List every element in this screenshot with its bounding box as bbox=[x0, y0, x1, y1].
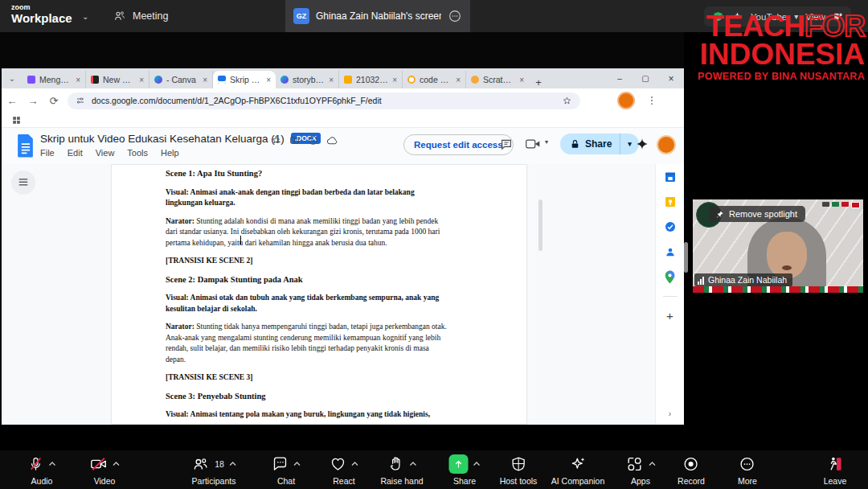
new-tab-button[interactable]: + bbox=[529, 76, 548, 88]
account-avatar[interactable] bbox=[657, 135, 676, 154]
security-shield-icon[interactable] bbox=[712, 10, 724, 23]
video-call-caret-icon[interactable]: ▾ bbox=[545, 138, 548, 146]
bookmarks-bar bbox=[2, 113, 684, 128]
tasks-icon[interactable] bbox=[664, 220, 677, 233]
signal-strength-icon bbox=[698, 275, 705, 285]
tab-close-icon[interactable]: × bbox=[203, 76, 207, 84]
react-button[interactable]: React bbox=[330, 454, 358, 486]
ai-companion-label: AI Companion bbox=[551, 476, 605, 486]
maps-icon[interactable] bbox=[664, 270, 676, 284]
document-page[interactable]: Scene 1: Apa Itu Stunting? Visual: Anima… bbox=[111, 164, 527, 425]
chevron-up-icon[interactable] bbox=[49, 462, 56, 466]
record-button[interactable]: Record bbox=[678, 454, 705, 486]
participant-video: Remove spotlight Ghinaa Zain Nabiilah bbox=[693, 199, 863, 293]
contacts-icon[interactable] bbox=[664, 245, 677, 258]
share-screen-button[interactable]: Share bbox=[449, 454, 481, 486]
tab-more-icon[interactable] bbox=[448, 9, 462, 23]
remove-spotlight-button[interactable]: Remove spotlight bbox=[709, 206, 805, 222]
reload-icon[interactable]: ⟳ bbox=[43, 95, 64, 107]
tab-shared-screen[interactable]: GZ Ghinaa Zain Nabiilah's screen bbox=[285, 0, 470, 32]
share-button[interactable]: Share ▾ bbox=[560, 134, 639, 154]
chat-label: Chat bbox=[277, 476, 295, 486]
browser-tab-skrip-active[interactable]: Skrip untu × bbox=[213, 71, 276, 88]
video-call-icon[interactable] bbox=[526, 138, 540, 150]
calendar-icon[interactable] bbox=[664, 171, 677, 183]
keep-notes-icon[interactable] bbox=[664, 195, 677, 208]
minimize-button[interactable]: – bbox=[607, 74, 633, 83]
apps-button[interactable]: Apps bbox=[625, 454, 656, 486]
view-button[interactable]: View bbox=[805, 12, 825, 22]
google-docs-icon bbox=[16, 134, 35, 158]
browser-tab-2103253[interactable]: 2103253_F × bbox=[339, 71, 403, 88]
ai-sparkle-icon[interactable] bbox=[731, 10, 743, 23]
leave-button[interactable]: Leave bbox=[824, 454, 847, 486]
browser-tab-scratch[interactable]: Scratch - F × bbox=[466, 71, 529, 88]
forward-icon[interactable]: → bbox=[23, 95, 43, 107]
more-label: More bbox=[738, 476, 757, 486]
chevron-up-icon[interactable] bbox=[293, 462, 301, 466]
tab-close-icon[interactable]: × bbox=[456, 76, 461, 84]
audio-button[interactable]: Audio bbox=[28, 454, 56, 486]
profile-avatar[interactable] bbox=[617, 92, 635, 109]
bookmark-star-icon[interactable] bbox=[562, 96, 572, 106]
document-scrollbar[interactable] bbox=[538, 199, 542, 251]
browser-tab-new-presentation[interactable]: New prese × bbox=[86, 71, 149, 88]
comments-icon[interactable] bbox=[500, 138, 513, 150]
request-edit-label: Request edit access bbox=[414, 140, 503, 150]
menu-tools[interactable]: Tools bbox=[127, 148, 148, 158]
close-button[interactable]: × bbox=[658, 73, 684, 84]
menu-edit[interactable]: Edit bbox=[68, 148, 83, 158]
back-icon[interactable]: ← bbox=[2, 95, 23, 107]
address-bar[interactable]: docs.google.com/document/d/1_2ACgOp-FhBP… bbox=[68, 92, 580, 109]
browser-tab-code-quiz[interactable]: code quiz × bbox=[403, 71, 466, 88]
panel-drag-handle[interactable] bbox=[684, 242, 688, 273]
menu-file[interactable]: File bbox=[40, 148, 55, 158]
document-outline-button[interactable] bbox=[11, 171, 35, 195]
participants-button[interactable]: 18 Participants bbox=[191, 454, 236, 486]
site-info-icon[interactable] bbox=[76, 96, 85, 105]
tab-search-chevron-icon[interactable]: ⌄ bbox=[2, 68, 23, 88]
workspace-chevron-down-icon[interactable]: ⌄ bbox=[82, 12, 88, 21]
chevron-up-icon[interactable] bbox=[649, 462, 656, 466]
youtube-stream-label[interactable]: YouTube bbox=[751, 12, 787, 22]
more-button[interactable]: More bbox=[738, 454, 757, 486]
tab-close-icon[interactable]: × bbox=[266, 76, 271, 84]
tab-close-icon[interactable]: × bbox=[519, 76, 524, 84]
browser-tab-mengubah[interactable]: Mengubah × bbox=[23, 71, 86, 88]
heart-react-icon bbox=[330, 455, 346, 473]
add-addon-button[interactable]: + bbox=[666, 309, 674, 323]
tab-meeting[interactable]: Meeting bbox=[113, 0, 168, 32]
browser-tab-canva[interactable]: - Canva × bbox=[149, 71, 213, 88]
document-title-text: Skrip untuk Video Edukasi Kesehatan Kelu… bbox=[40, 133, 285, 145]
audio-label: Audio bbox=[31, 476, 53, 486]
gemini-icon[interactable] bbox=[635, 137, 649, 151]
info-icon[interactable] bbox=[308, 135, 318, 146]
request-edit-access-button[interactable]: Request edit access bbox=[403, 134, 514, 155]
menu-help[interactable]: Help bbox=[161, 148, 179, 158]
chat-button[interactable]: Chat bbox=[272, 454, 301, 486]
chevron-up-icon[interactable] bbox=[351, 462, 358, 466]
ai-companion-button[interactable]: AI Companion bbox=[551, 454, 605, 486]
browser-menu-icon[interactable] bbox=[646, 95, 657, 106]
chevron-up-icon[interactable] bbox=[229, 462, 236, 466]
browser-tab-storyboard[interactable]: storyboard × bbox=[276, 71, 339, 88]
participant-mouth bbox=[782, 265, 792, 270]
chevron-up-icon[interactable] bbox=[473, 462, 481, 466]
video-button[interactable]: Video bbox=[89, 454, 120, 486]
host-tools-icon bbox=[510, 455, 527, 473]
participant-video-tile[interactable]: Remove spotlight Ghinaa Zain Nabiilah bbox=[688, 195, 868, 298]
move-folder-icon[interactable] bbox=[289, 135, 300, 146]
star-doc-icon[interactable] bbox=[271, 135, 281, 146]
host-tools-button[interactable]: Host tools bbox=[500, 454, 538, 486]
chevron-up-icon[interactable] bbox=[409, 462, 416, 466]
tab-close-icon[interactable]: × bbox=[392, 76, 397, 84]
tab-groups-icon[interactable] bbox=[11, 115, 22, 125]
maximize-button[interactable]: ▢ bbox=[633, 74, 658, 83]
tab-close-icon[interactable]: × bbox=[139, 76, 144, 84]
chevron-up-icon[interactable] bbox=[113, 462, 120, 466]
tab-close-icon[interactable]: × bbox=[329, 76, 334, 84]
side-panel-expand-icon[interactable]: › bbox=[669, 409, 671, 418]
tab-close-icon[interactable]: × bbox=[76, 76, 80, 84]
raise-hand-button[interactable]: Raise hand bbox=[380, 454, 423, 486]
menu-view[interactable]: View bbox=[96, 148, 115, 158]
